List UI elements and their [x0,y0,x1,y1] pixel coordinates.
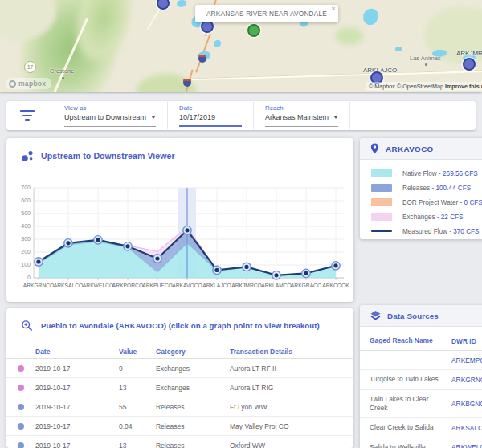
date-value[interactable]: 10/17/2019 [179,113,215,121]
column-header: Value [119,348,156,356]
x-tick-label: ARKLAMCO [261,283,292,288]
graph-point-arkgrnco[interactable] [35,258,43,266]
cell-category: Exchanges [156,365,230,373]
filter-bar: View as Upstream to Downstream Date 10/1… [6,101,476,130]
cell-category: Releases [156,442,230,448]
reach-value[interactable]: Arkansas Mainstem [265,113,329,121]
town-dot [62,77,64,79]
filter-list-icon[interactable] [19,110,35,120]
terrain-green-center [336,27,363,45]
category-dot [18,385,24,391]
station-marker[interactable] [157,0,170,10]
y-tick-label: 500 [21,210,31,216]
cell-date: 2019-10-17 [35,403,119,411]
y-tick-label: 100 [21,262,31,267]
cell-value: 0.04 [119,422,156,430]
data-sources-panel: Data Sources Gaged Reach NameDWR IDARKEM… [360,305,482,448]
legend-label: Exchanges - 22 CFS [402,214,464,221]
x-tick-label: ARKGRNCO [23,283,55,288]
reach-label: Reach [265,104,338,112]
graph-point-arklajco[interactable] [213,266,221,274]
viewer-panel-title: Upstream to Downstream Viewer [41,151,175,161]
map-attribution[interactable]: © Mapbox © OpenStreetMap Improve this ma… [366,82,482,91]
bubble-chart-icon [21,149,34,162]
date-field[interactable]: Date 10/17/2019 [168,104,253,128]
legend-swatch [371,184,392,192]
legend-label: Native Flow - 269.56 CFS [402,170,478,177]
x-tick-label: ARKCOOK [322,283,349,288]
x-tick-label: ARKSALCO [54,283,83,288]
graph-point-arkwelco[interactable] [94,236,102,244]
viewer-panel: Upstream to Downstream Viewer 0100200300… [6,138,353,302]
legend-item-exchanges: Exchanges - 22 CFS [371,210,482,224]
data-sources-table: Gaged Reach NameDWR IDARKEMPCOTurqoise t… [360,332,482,448]
x-tick-label: ARKWELCO [83,283,113,288]
attribution-osm-link[interactable]: © OpenStreetMap [397,83,443,90]
cell-date: 2019-10-17 [35,384,119,392]
graph-point-arkporco[interactable] [124,242,132,250]
dwr-id-link[interactable]: ARKGRNCO [448,376,482,384]
legend-item-measured-flow: Measured Flow - 370 CFS [371,224,482,238]
layers-icon [370,310,381,321]
category-dot [18,365,24,372]
graph-point-arkpueco[interactable] [153,255,161,263]
y-tick-label: 200 [21,249,31,255]
station-panel: ARKAVOCO Native Flow - 269.56 CFSRelease… [360,138,482,239]
dwr-id-link[interactable]: ARKSALCO [448,424,482,432]
highway-17-badge: 17 [24,61,36,73]
mapbox-logo-text: mapbox [18,79,46,88]
date-label: Date [179,104,242,112]
cell-details: Aurora LT RIG [230,384,353,392]
legend-item-releases: Releases - 100.44 CFS [371,181,482,195]
graph-point-arkcook[interactable] [332,262,340,270]
legend-item-bor-project-water: BOR Project Water - 0 CFS [371,195,482,210]
table-row: 2019-10-1713ReleasesOxford WW [6,436,353,448]
dwr-id-link[interactable]: ARKWELCO [448,443,482,448]
view-as-value[interactable]: Upstream to Downstream [64,113,146,121]
cell-date: 2019-10-17 [35,442,119,448]
view-as-field[interactable]: View as Upstream to Downstream [53,104,167,128]
town-dot [425,63,427,66]
dwr-id-link[interactable]: ARKEMPCO [448,356,482,365]
cell-value: 55 [119,403,156,411]
x-tick-label: ARKGRACO [291,283,321,288]
category-dot [18,404,24,410]
column-header: Category [156,348,230,356]
legend-label: Releases - 100.44 CFS [402,185,471,192]
category-dot [18,423,24,430]
breakout-panel: Pueblo to Avondale (ARKAVOCO) (click on … [6,308,353,448]
y-tick-label: 400 [21,223,31,229]
tooltip-close-icon[interactable]: ✕ [331,6,336,12]
legend-item-native-flow: Native Flow - 269.56 CFS [371,166,482,181]
graph-point-arkjmrco[interactable] [243,263,251,271]
town-label-crestone: Crestone [50,67,74,75]
graph-point-arkavoco[interactable] [183,226,191,234]
cell-details: Oxford WW [230,442,353,448]
legend-label: Measured Flow - 370 CFS [402,228,480,235]
station-marker-arkjmrco[interactable] [463,58,476,71]
category-dot [18,442,24,448]
y-tick-label: 700 [21,185,31,190]
legend-list: Native Flow - 269.56 CFSReleases - 100.4… [360,160,482,238]
flow-chart[interactable]: 0100200300400500600700ARKGRNCOARKSALCOAR… [6,173,353,299]
table-row: 2019-10-179ExchangesAurora LT RF II [6,359,353,378]
mapbox-logo[interactable]: mapbox [6,78,51,89]
x-tick-label: ARKLAJCO [202,283,231,288]
data-sources-header-row: Gaged Reach NameDWR ID [360,332,482,351]
cell-details: Ft Lyon WW [230,403,353,411]
attribution-improve-link[interactable]: Improve this map [445,83,482,90]
map[interactable]: 17 Crestone Las Animas ARKLAJCO ARKJMRCO… [0,0,482,92]
cell-value: 13 [119,384,156,392]
table-row: Twin Lakes to Clear CreekARKBGNCO [360,390,482,419]
station-marker-avondale[interactable] [247,24,260,37]
cell-value: 9 [119,365,156,373]
x-tick-label: ARKJMRCO [231,283,262,288]
graph-point-arkgraco[interactable] [302,269,310,277]
attribution-mapbox-link[interactable]: © Mapbox [369,83,395,90]
reach-field[interactable]: Reach Arkansas Mainstem [254,104,349,128]
graph-point-arksalco[interactable] [64,239,72,247]
station-panel-title: ARKAVOCO [386,145,434,153]
dwr-id-link[interactable]: ARKBGNCO [448,400,482,408]
legend-swatch [371,230,392,233]
transactions-header-row: DateValueCategoryTransaction Details [6,344,353,359]
